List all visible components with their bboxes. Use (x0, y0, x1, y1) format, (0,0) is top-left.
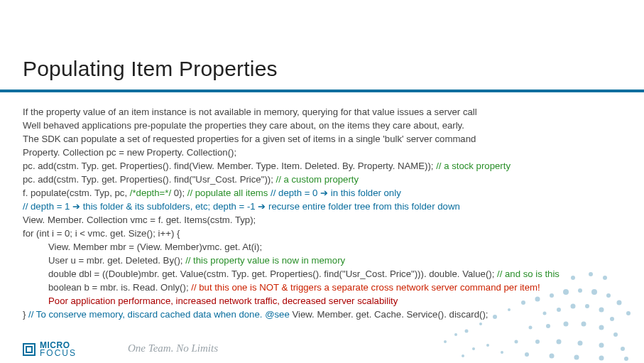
code-text: f. populate(cstm. Typ, pc, (23, 188, 130, 198)
code-comment: // To conserve memory, discard cached da… (28, 309, 265, 320)
code-line: pc. add(cstm. Typ. get. Properties(). fi… (23, 173, 627, 186)
code-text: View. Member. get. Cache. Service(). dis… (292, 309, 488, 320)
code-line: User u = mbr. get. Deleted. By(); // thi… (23, 254, 627, 267)
code-text: } (23, 309, 28, 320)
code-comment: // populate all items (187, 188, 271, 198)
brand-bottom: FOCUS (40, 350, 77, 357)
code-warning: // but this one is NOT & triggers a sepa… (191, 282, 540, 293)
code-comment: this folder & its subfolders, etc; depth… (80, 201, 258, 212)
body-line: If the property value of an item instanc… (23, 105, 627, 119)
code-comment: // a stock property (436, 161, 511, 171)
code-text: User u = mbr. get. Deleted. By(); (48, 255, 185, 266)
slide-body: If the property value of an item instanc… (23, 105, 627, 321)
code-line: Property. Collection pc = new Property. … (23, 146, 627, 159)
code-comment: in this folder only (328, 188, 401, 198)
svg-rect-45 (23, 344, 35, 355)
microfocus-icon (23, 343, 36, 356)
code-text: boolean b = mbr. is. Read. Only(); (48, 282, 191, 293)
svg-point-23 (564, 322, 569, 327)
brand-text: MICRO FOCUS (40, 342, 77, 357)
code-text: double dbl = ((Double)mbr. get. Value(cs… (48, 269, 497, 279)
code-comment: // this property value is now in memory (185, 255, 345, 266)
title-divider (0, 90, 644, 92)
svg-point-24 (582, 322, 586, 327)
brand-logo: MICRO FOCUS (23, 342, 77, 357)
code-line: } // To conserve memory, discard cached … (23, 308, 627, 321)
svg-point-25 (599, 325, 604, 330)
code-comment: // and so is this (497, 269, 560, 279)
code-line: boolean b = mbr. is. Read. Only(); // bu… (23, 281, 627, 294)
tagline: One Team. No Limits (128, 342, 218, 354)
body-line: The SDK can populate a set of requested … (23, 132, 627, 146)
arrow-icon: ➔ (320, 188, 328, 198)
arrow-icon: ➔ (72, 201, 80, 212)
slide-title: Populating Item Properties (23, 57, 278, 81)
body-line: Well behaved applications pre-populate t… (23, 119, 627, 132)
svg-point-3 (479, 323, 482, 325)
code-line: double dbl = ((Double)mbr. get. Value(cs… (23, 267, 627, 281)
code-comment: // depth = 0 (271, 188, 320, 198)
svg-rect-46 (26, 347, 32, 352)
code-line: View. Member. Collection vmc = f. get. I… (23, 213, 627, 227)
code-line: for (int i = 0; i < vmc. get. Size(); i+… (23, 227, 627, 240)
arrow-icon: ➔ (258, 201, 266, 212)
code-line: pc. add(cstm. Typ. get. Properties(). fi… (23, 159, 627, 173)
code-text: pc. add(cstm. Typ. get. Properties(). fi… (23, 161, 436, 171)
code-text: 0); (174, 188, 187, 198)
slide: { "title": "Populating Item Properties",… (0, 0, 644, 363)
code-line: // depth = 1 ➔ this folder & its subfold… (23, 200, 627, 213)
code-annotation: @see (265, 309, 292, 320)
code-comment: // a custom property (276, 174, 359, 185)
code-text: pc. add(cstm. Typ. get. Properties(). fi… (23, 174, 276, 185)
code-line: f. populate(cstm. Typ, pc, /*depth=*/ 0)… (23, 186, 627, 200)
warning-line: Poor application performance, increased … (23, 294, 627, 308)
svg-point-21 (529, 326, 533, 330)
code-line: View. Member mbr = (View. Member)vmc. ge… (23, 240, 627, 254)
footer: MICRO FOCUS One Team. No Limits (0, 332, 644, 363)
code-comment: /*depth=*/ (130, 188, 174, 198)
svg-point-22 (546, 324, 550, 328)
code-comment: recurse entire folder tree from this fol… (266, 201, 459, 212)
code-comment: // depth = 1 (23, 201, 72, 212)
